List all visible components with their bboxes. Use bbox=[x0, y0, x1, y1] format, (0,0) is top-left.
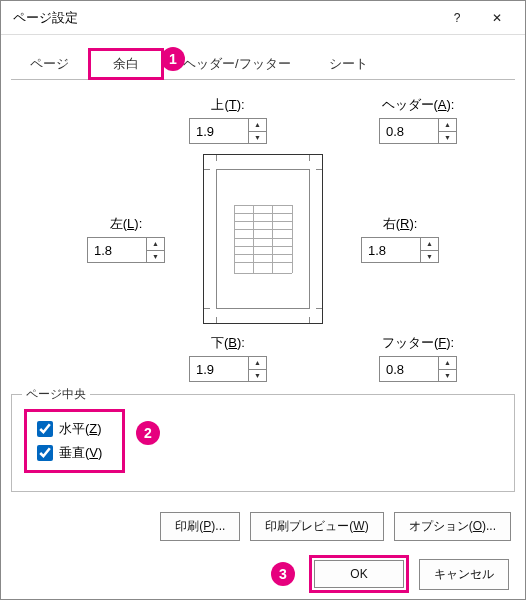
margin-right-input[interactable] bbox=[362, 238, 420, 262]
center-vertical-label: 垂直(V) bbox=[59, 444, 102, 462]
help-button[interactable]: ? bbox=[437, 4, 477, 32]
close-icon: ✕ bbox=[492, 11, 502, 25]
margin-footer-input[interactable] bbox=[380, 357, 438, 381]
margin-right-spinner[interactable]: ▲▼ bbox=[361, 237, 439, 263]
page-center-legend: ページ中央 bbox=[22, 386, 90, 403]
tab-margins[interactable]: 余白 bbox=[88, 48, 164, 80]
tab-sheet[interactable]: シート bbox=[310, 48, 387, 80]
help-icon: ? bbox=[454, 11, 461, 25]
margin-left-spinner[interactable]: ▲▼ bbox=[87, 237, 165, 263]
print-button[interactable]: 印刷(P)... bbox=[160, 512, 240, 541]
close-button[interactable]: ✕ bbox=[477, 4, 517, 32]
margin-top-block: 上(T): ▲▼ bbox=[163, 96, 293, 144]
margin-footer-spinner[interactable]: ▲▼ bbox=[379, 356, 457, 382]
margin-bottom-spinner[interactable]: ▲▼ bbox=[189, 356, 267, 382]
spinner-arrows[interactable]: ▲▼ bbox=[146, 238, 164, 262]
margin-top-label: 上(T): bbox=[163, 96, 293, 114]
spinner-arrows[interactable]: ▲▼ bbox=[248, 357, 266, 381]
spinner-arrows[interactable]: ▲▼ bbox=[420, 238, 438, 262]
cancel-button[interactable]: キャンセル bbox=[419, 559, 509, 590]
titlebar: ページ設定 ? ✕ bbox=[1, 1, 525, 35]
page-preview bbox=[203, 154, 323, 324]
margin-left-label: 左(L): bbox=[61, 215, 191, 233]
margin-bottom-label: 下(B): bbox=[163, 334, 293, 352]
content-area: 上(T): ▲▼ ヘッダー(A): ▲▼ 左(L): ▲▼ bbox=[1, 80, 525, 382]
margin-header-spinner[interactable]: ▲▼ bbox=[379, 118, 457, 144]
spinner-arrows[interactable]: ▲▼ bbox=[438, 119, 456, 143]
margin-right-label: 右(R): bbox=[335, 215, 465, 233]
margin-header-label: ヘッダー(A): bbox=[353, 96, 483, 114]
tab-page[interactable]: ページ bbox=[11, 48, 88, 80]
callout-2: 2 bbox=[136, 421, 160, 445]
margin-footer-label: フッター(F): bbox=[353, 334, 483, 352]
secondary-button-row: 印刷(P)... 印刷プレビュー(W) オプション(O)... bbox=[1, 512, 511, 541]
window-title: ページ設定 bbox=[13, 9, 437, 27]
page-center-group: ページ中央 水平(Z) 垂直(V) 2 bbox=[11, 394, 515, 492]
options-button[interactable]: オプション(O)... bbox=[394, 512, 511, 541]
ok-button[interactable]: OK bbox=[314, 560, 404, 588]
callout-3: 3 bbox=[271, 562, 295, 586]
margin-header-block: ヘッダー(A): ▲▼ bbox=[353, 96, 483, 144]
margin-left-block: 左(L): ▲▼ bbox=[61, 215, 191, 263]
tab-strip: ページ 余白 ヘッダー/フッター シート 1 bbox=[11, 47, 515, 80]
print-preview-button[interactable]: 印刷プレビュー(W) bbox=[250, 512, 383, 541]
center-horizontal-label: 水平(Z) bbox=[59, 420, 102, 438]
margin-bottom-input[interactable] bbox=[190, 357, 248, 381]
spinner-arrows[interactable]: ▲▼ bbox=[248, 119, 266, 143]
margin-bottom-block: 下(B): ▲▼ bbox=[163, 334, 293, 382]
center-vertical-checkbox[interactable] bbox=[37, 445, 53, 461]
margin-right-block: 右(R): ▲▼ bbox=[335, 215, 465, 263]
callout-1: 1 bbox=[161, 47, 185, 71]
spinner-arrows[interactable]: ▲▼ bbox=[438, 357, 456, 381]
margin-top-input[interactable] bbox=[190, 119, 248, 143]
margin-header-input[interactable] bbox=[380, 119, 438, 143]
ok-highlight: OK bbox=[309, 555, 409, 593]
center-checks-highlight: 水平(Z) 垂直(V) bbox=[24, 409, 125, 473]
center-horizontal-checkbox[interactable] bbox=[37, 421, 53, 437]
margin-footer-block: フッター(F): ▲▼ bbox=[353, 334, 483, 382]
margin-top-spinner[interactable]: ▲▼ bbox=[189, 118, 267, 144]
margin-left-input[interactable] bbox=[88, 238, 146, 262]
tab-header-footer[interactable]: ヘッダー/フッター bbox=[164, 48, 310, 80]
dialog-footer: 3 OK キャンセル bbox=[1, 555, 509, 593]
